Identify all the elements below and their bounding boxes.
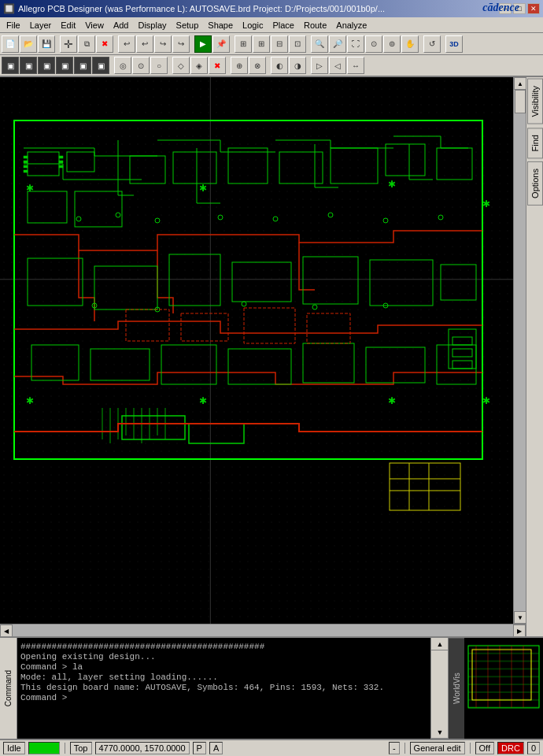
menu-shape[interactable]: Shape	[203, 19, 238, 32]
undo2-button[interactable]: ↩	[136, 35, 153, 53]
tb2-circle3[interactable]: ○	[150, 57, 168, 74]
tb2-btn5[interactable]: ▣	[74, 57, 91, 74]
command-label-text: Command	[4, 670, 13, 706]
off-indicator: Off	[475, 742, 494, 754]
toolbar-1: 📄 📂 💾 ✛ ⧉ ✖ ↩ ↩ ↪ ↪ ▶ 📌 ⊞ ⊞ ⊟ ⊡ 🔍 🔎 ⛶ ⊙ …	[0, 33, 543, 55]
console-output[interactable]: ########################################…	[17, 638, 431, 739]
tb2-shape2[interactable]: ◈	[190, 57, 208, 74]
tb2-btn6[interactable]: ▣	[92, 57, 109, 74]
scroll-track-v[interactable]	[514, 90, 526, 611]
zoom-out-button[interactable]: 🔎	[329, 35, 346, 53]
status-separator-3	[470, 743, 471, 754]
tb2-half2[interactable]: ◑	[289, 57, 306, 74]
menu-edit[interactable]: Edit	[56, 19, 80, 32]
console-sidebar: ▲ ▼	[431, 638, 449, 739]
snap-button[interactable]: ✛	[60, 35, 77, 53]
window-title: Allegro PCB Designer (was Performance L)…	[18, 4, 385, 13]
tb2-plus1[interactable]: ⊕	[231, 57, 248, 74]
menu-setup[interactable]: Setup	[172, 19, 204, 32]
tb2-plus2[interactable]: ⊗	[249, 57, 266, 74]
options-tab[interactable]: Options	[527, 161, 543, 206]
refresh-button[interactable]: ↺	[423, 35, 441, 53]
tb2-arr2[interactable]: ◁	[329, 57, 346, 74]
worldview-canvas	[464, 638, 543, 739]
scroll-left-arrow[interactable]: ◀	[0, 624, 13, 637]
toolbar-2: ▣ ▣ ▣ ▣ ▣ ▣ ◎ ⊙ ○ ◇ ◈ ✖ ⊕ ⊗ ◐ ◑ ▷ ◁ ↔	[0, 55, 543, 77]
zoom-next-button[interactable]: ⊚	[383, 35, 401, 53]
copy-button[interactable]: ⧉	[78, 35, 95, 53]
pcb-canvas-area[interactable]: ✱ ✱ ✱ ✱ ✱ ✱ ✱ ✱	[0, 77, 513, 624]
menu-logic[interactable]: Logic	[238, 19, 268, 32]
grid2-button[interactable]: ⊞	[253, 35, 270, 53]
grid3-button[interactable]: ⊟	[271, 35, 288, 53]
tb2-swap[interactable]: ↔	[347, 57, 364, 74]
tb2-half1[interactable]: ◐	[271, 57, 288, 74]
find-tab[interactable]: Find	[527, 128, 543, 158]
scroll-down-arrow[interactable]: ▼	[514, 611, 526, 624]
flag-a: A	[209, 742, 223, 754]
menu-file[interactable]: File	[2, 19, 25, 32]
horizontal-scrollbar[interactable]: ◀ ▶	[0, 624, 526, 636]
zoom-prev-button[interactable]: ⊙	[365, 35, 382, 53]
redo2-button[interactable]: ↪	[172, 35, 190, 53]
idle-text: Idle	[7, 743, 21, 753]
menu-layer[interactable]: Layer	[25, 19, 57, 32]
tb2-btn2[interactable]: ▣	[20, 57, 37, 74]
tb2-shape1[interactable]: ◇	[172, 57, 190, 74]
svg-rect-32	[24, 161, 28, 163]
undo-button[interactable]: ↩	[118, 35, 135, 53]
svg-text:✱: ✱	[199, 183, 207, 194]
console-scroll-down[interactable]: ▼	[431, 726, 449, 739]
menu-add[interactable]: Add	[109, 19, 134, 32]
redo-button[interactable]: ↪	[154, 35, 172, 53]
vertical-scrollbar[interactable]: ▲ ▼	[513, 77, 526, 624]
pan-button[interactable]: ✋	[401, 35, 419, 53]
svg-rect-36	[59, 161, 63, 163]
cadence-logo: cādence	[482, 2, 519, 14]
menu-route[interactable]: Route	[299, 19, 331, 32]
scroll-track-h[interactable]	[13, 624, 513, 636]
svg-text:✱: ✱	[199, 395, 207, 406]
canvas-with-scrollbar: ✱ ✱ ✱ ✱ ✱ ✱ ✱ ✱	[0, 77, 526, 624]
menu-display[interactable]: Display	[133, 19, 171, 32]
svg-text:✱: ✱	[388, 395, 396, 406]
scroll-right-arrow[interactable]: ▶	[513, 624, 526, 637]
canvas-container: ✱ ✱ ✱ ✱ ✱ ✱ ✱ ✱	[0, 77, 526, 636]
worldview-label-text: WorldVis	[452, 673, 461, 705]
3d-button[interactable]: 3D	[445, 35, 463, 53]
menu-view[interactable]: View	[80, 19, 109, 32]
zoom-fit-button[interactable]: ⛶	[347, 35, 364, 53]
mode-text: General edit	[414, 743, 461, 753]
tb2-arr1[interactable]: ▷	[311, 57, 328, 74]
grid1-button[interactable]: ⊞	[235, 35, 252, 53]
open-button[interactable]: 📂	[20, 35, 37, 53]
delete-button[interactable]: ✖	[96, 35, 113, 53]
menu-place[interactable]: Place	[268, 19, 299, 32]
svg-rect-2	[0, 77, 513, 624]
scroll-thumb-v[interactable]	[515, 90, 526, 113]
worldview-panel: WorldVis	[449, 638, 543, 739]
zoom-in-button[interactable]: 🔍	[311, 35, 328, 53]
tb2-btn4[interactable]: ▣	[56, 57, 73, 74]
tb2-x[interactable]: ✖	[209, 57, 226, 74]
new-button[interactable]: 📄	[2, 35, 19, 53]
tb2-btn3[interactable]: ▣	[38, 57, 55, 74]
close-button[interactable]: ✕	[527, 3, 540, 14]
console-scroll-up[interactable]: ▲	[431, 638, 449, 650]
menu-analyze[interactable]: Analyze	[331, 19, 371, 32]
pin-button[interactable]: 📌	[212, 35, 230, 53]
worldview-label: WorldVis	[449, 638, 464, 739]
tb2-circle2[interactable]: ⊙	[132, 57, 150, 74]
right-panel: Visibility Find Options	[526, 77, 543, 636]
scroll-up-arrow[interactable]: ▲	[514, 77, 526, 90]
svg-rect-31	[24, 156, 28, 158]
tb2-circle1[interactable]: ◎	[114, 57, 131, 74]
main-area: ✱ ✱ ✱ ✱ ✱ ✱ ✱ ✱	[0, 77, 543, 636]
console-scrollbar[interactable]	[431, 650, 448, 726]
save-button[interactable]: 💾	[38, 35, 55, 53]
number-display: 0	[527, 742, 540, 754]
tb2-btn1[interactable]: ▣	[2, 57, 19, 74]
grid4-button[interactable]: ⊡	[289, 35, 306, 53]
visibility-tab[interactable]: Visibility	[527, 79, 543, 124]
run-button[interactable]: ▶	[194, 35, 212, 53]
